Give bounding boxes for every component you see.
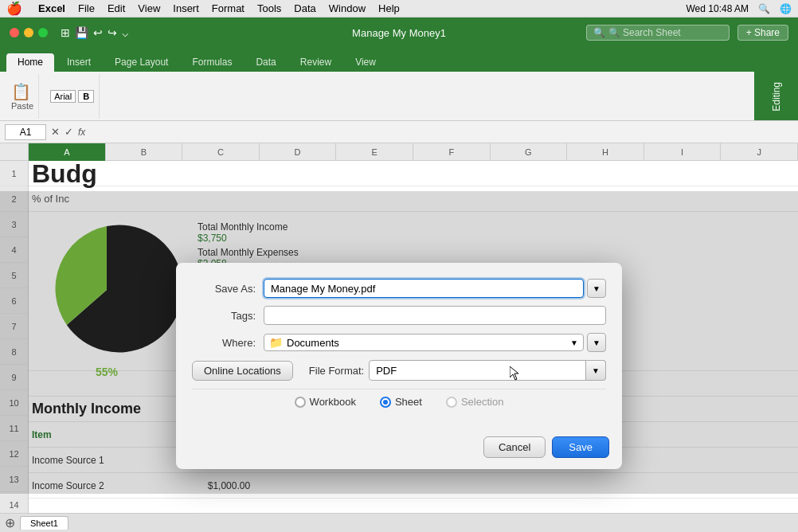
file-format-select-wrapper: PDF ▼ <box>369 360 606 381</box>
close-window-button[interactable] <box>10 28 19 37</box>
cell-reference-input[interactable] <box>5 124 46 140</box>
radio-group: Workbook Sheet Selection <box>192 389 606 417</box>
col-header-b[interactable]: B <box>106 143 183 161</box>
editing-panel: Editing <box>754 72 798 121</box>
maximize-window-button[interactable] <box>38 28 48 37</box>
paste-button[interactable]: 📋 Paste <box>11 82 33 111</box>
menu-item-excel[interactable]: Excel <box>38 2 65 14</box>
col-header-e[interactable]: E <box>336 143 413 161</box>
menu-bar-right: Wed 10:48 AM 🔍 🌐 <box>687 3 792 14</box>
where-dropdown-button[interactable]: ▼ <box>587 333 606 352</box>
file-format-group: File Format: PDF ▼ <box>309 360 606 381</box>
radio-sheet[interactable]: Sheet <box>380 396 422 408</box>
col-header-d[interactable]: D <box>260 143 337 161</box>
where-chevron-icon: ▼ <box>570 338 578 347</box>
col-header-a[interactable]: A <box>29 143 106 161</box>
font-name-selector[interactable]: Arial <box>50 90 76 103</box>
apple-menu-icon[interactable]: 🍎 <box>6 1 22 16</box>
file-format-display[interactable]: PDF ▼ <box>369 360 606 381</box>
bold-button[interactable]: B <box>78 90 94 103</box>
save-as-dialog: Save As: ▼ Tags: Where: 📁 Documents <box>176 263 622 469</box>
menu-item-view[interactable]: View <box>138 2 160 14</box>
confirm-formula-icon[interactable]: ✓ <box>65 126 73 138</box>
col-header-h[interactable]: H <box>567 143 644 161</box>
minimize-window-button[interactable] <box>24 28 33 37</box>
add-sheet-button[interactable]: ⊕ <box>5 515 15 530</box>
dialog-buttons: Cancel Save <box>176 430 622 469</box>
tab-formulas[interactable]: Formulas <box>181 53 243 72</box>
file-format-value: PDF <box>376 365 397 377</box>
formula-bar: ✕ ✓ fx <box>0 121 798 143</box>
tags-label: Tags: <box>192 310 256 322</box>
cursor-svg <box>510 366 519 381</box>
share-button[interactable]: + Share <box>737 25 788 41</box>
save-button[interactable]: Save <box>552 436 609 458</box>
where-label: Where: <box>192 337 256 349</box>
save-as-input[interactable] <box>264 279 584 298</box>
radio-workbook-circle <box>295 397 306 408</box>
radio-workbook[interactable]: Workbook <box>295 396 356 408</box>
col-header-g[interactable]: G <box>491 143 568 161</box>
sheet-tab-1[interactable]: Sheet1 <box>20 516 68 530</box>
menu-item-data[interactable]: Data <box>294 2 315 14</box>
tab-data[interactable]: Data <box>244 53 287 72</box>
title-bar: ⊞ 💾 ↩ ↪ ⌵ Manage My Money1 🔍 🔍 Search Sh… <box>0 18 798 48</box>
titlebar-right: 🔍 🔍 Search Sheet + Share <box>586 25 788 41</box>
col-header-i[interactable]: I <box>644 143 722 161</box>
search-placeholder-text: 🔍 Search Sheet <box>608 27 681 38</box>
radio-selection-circle <box>446 397 457 408</box>
col-header-f[interactable]: F <box>413 143 491 161</box>
tab-page-layout[interactable]: Page Layout <box>104 53 179 72</box>
toolbar-more-icon[interactable]: ⌵ <box>122 26 128 39</box>
col-header-j[interactable]: J <box>721 143 798 161</box>
cancel-formula-icon[interactable]: ✕ <box>51 126 60 138</box>
toolbar-undo-icon[interactable]: ↩ <box>93 26 103 39</box>
tab-insert[interactable]: Insert <box>56 53 102 72</box>
tab-view[interactable]: View <box>344 53 387 72</box>
save-as-row: Save As: ▼ <box>192 279 606 298</box>
menu-item-help[interactable]: Help <box>378 2 400 14</box>
menu-item-tools[interactable]: Tools <box>257 2 281 14</box>
col-header-c[interactable]: C <box>182 143 260 161</box>
search-box[interactable]: 🔍 🔍 Search Sheet <box>586 25 730 41</box>
search-icon: 🔍 <box>593 27 605 38</box>
column-headers: A B C D E F G H I J <box>0 143 798 161</box>
tags-row: Tags: <box>192 306 606 325</box>
menu-time: Wed 10:48 AM <box>687 3 749 14</box>
mouse-cursor <box>510 366 519 383</box>
window-title: Manage My Money1 <box>352 27 446 39</box>
window-controls <box>10 28 48 37</box>
toolbar-save-icon[interactable]: 💾 <box>75 26 88 39</box>
menu-item-window[interactable]: Window <box>329 2 366 14</box>
menu-item-edit[interactable]: Edit <box>108 2 125 14</box>
menu-item-file[interactable]: File <box>78 2 95 14</box>
menu-item-format[interactable]: Format <box>212 2 244 14</box>
toolbar-redo-icon[interactable]: ↪ <box>108 26 117 39</box>
row-14[interactable]: 14 <box>0 492 28 513</box>
magnifier-icon[interactable]: 🔍 <box>758 3 770 14</box>
cancel-button[interactable]: Cancel <box>483 436 546 458</box>
file-format-label: File Format: <box>309 365 364 377</box>
file-format-arrow-button[interactable]: ▼ <box>585 360 606 381</box>
ribbon-tabs: Home Insert Page Layout Formulas Data Re… <box>0 48 798 72</box>
toolbar-sidebar-icon[interactable]: ⊞ <box>61 26 70 39</box>
menu-item-insert[interactable]: Insert <box>173 2 199 14</box>
save-as-dropdown-button[interactable]: ▼ <box>587 279 606 298</box>
folder-icon: 📁 <box>269 336 283 349</box>
tab-review[interactable]: Review <box>289 53 342 72</box>
radio-sheet-dot <box>383 400 388 405</box>
tags-input[interactable] <box>264 306 606 325</box>
spreadsheet-area: A B C D E F G H I J 1 2 3 4 5 6 7 8 9 10… <box>0 143 798 513</box>
where-value-text: Documents <box>287 337 339 349</box>
editing-label-text: Editing <box>771 82 782 111</box>
radio-selection[interactable]: Selection <box>446 396 503 408</box>
budget-title-cell: Budg <box>32 161 97 186</box>
radio-sheet-circle <box>380 397 391 408</box>
row-1[interactable]: 1 <box>0 161 28 186</box>
function-icon[interactable]: fx <box>78 127 85 138</box>
radio-sheet-label: Sheet <box>395 396 422 408</box>
tab-home[interactable]: Home <box>6 53 54 72</box>
online-locations-button[interactable]: Online Locations <box>192 361 293 381</box>
where-select[interactable]: 📁 Documents ▼ <box>264 334 584 351</box>
menu-bar: 🍎 Excel File Edit View Insert Format Too… <box>0 0 798 18</box>
